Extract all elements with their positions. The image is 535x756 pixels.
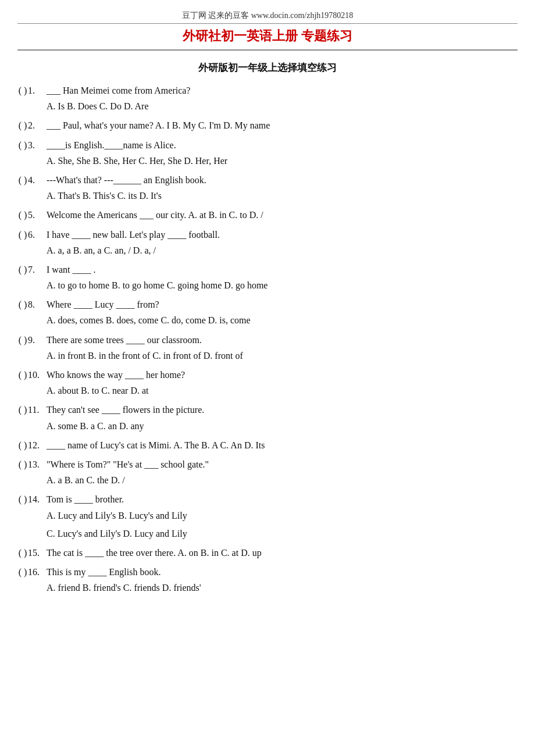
q-text-10: Who knows the way ____ her home? (47, 367, 518, 383)
q-paren-2: ( ) (17, 117, 28, 133)
q-num-14: 14. (28, 491, 47, 507)
q-text-3: ____is English.____name is Alice. (47, 137, 518, 153)
q-paren-11: ( ) (17, 402, 28, 418)
q-num-4: 4. (28, 172, 47, 188)
q-options-1: A. Is B. Does C. Do D. Are (47, 98, 518, 114)
question-block-3: ( )3.____is English.____name is Alice.A.… (17, 137, 518, 169)
q-options-10: A. about B. to C. near D. at (47, 383, 518, 398)
question-block-6: ( )6.I have ____ new ball. Let's play __… (17, 227, 518, 258)
q-num-10: 10. (28, 367, 47, 383)
q-num-5: 5. (28, 207, 47, 223)
header-title: 外研社初一英语上册 专题练习 (17, 25, 518, 51)
q-paren-12: ( ) (17, 437, 28, 453)
questions-container: ( )1.___ Han Meimei come from America?A.… (17, 83, 518, 595)
section-title: 外研版初一年级上选择填空练习 (17, 61, 518, 74)
q-text-9: There are some trees ____ our classroom. (47, 332, 518, 348)
q-text-16: This is my ____ English book. (47, 564, 518, 580)
q-num-9: 9. (28, 332, 47, 348)
question-block-10: ( )10.Who knows the way ____ her home?A.… (17, 367, 518, 398)
question-block-8: ( )8.Where ____ Lucy ____ from?A. does, … (17, 297, 518, 328)
q-options-3: A. She, She B. She, Her C. Her, She D. H… (47, 153, 518, 169)
header-site: 豆丁网 迟来的豆客 www.docin.com/zhjh19780218 (17, 10, 518, 24)
q-options-14-1: C. Lucy's and Lily's D. Lucy and Lily (47, 526, 518, 541)
q-text-4: ---What's that? ---______ an English boo… (47, 172, 518, 188)
q-num-15: 15. (28, 545, 47, 561)
q-num-12: 12. (28, 437, 47, 453)
q-text-11: They can't see ____ flowers in the pictu… (47, 402, 518, 418)
question-block-15: ( )15.The cat is ____ the tree over ther… (17, 545, 518, 561)
q-num-16: 16. (28, 564, 47, 580)
q-options-11: A. some B. a C. an D. any (47, 418, 518, 434)
q-num-8: 8. (28, 297, 47, 312)
question-block-5: ( )5.Welcome the Americans ___ our city.… (17, 207, 518, 223)
q-text-8: Where ____ Lucy ____ from? (47, 297, 518, 312)
q-options-8: A. does, comes B. does, come C. do, come… (47, 312, 518, 328)
q-text-14: Tom is ____ brother. (47, 491, 518, 507)
q-paren-1: ( ) (17, 83, 28, 98)
q-num-6: 6. (28, 227, 47, 243)
q-text-5: Welcome the Americans ___ our city. A. a… (47, 207, 518, 223)
question-block-11: ( )11.They can't see ____ flowers in the… (17, 402, 518, 433)
q-num-11: 11. (28, 402, 47, 418)
q-options-13: A. a B. an C. the D. / (47, 472, 518, 488)
q-text-2: ___ Paul, what's your name? A. I B. My C… (47, 117, 518, 133)
q-text-13: "Where is Tom?" "He's at ___ school gate… (47, 457, 518, 472)
q-options-14-0: A. Lucy and Lily's B. Lucy's and Lily (47, 508, 518, 523)
q-options-9: A. in front B. in the front of C. in fro… (47, 348, 518, 363)
q-paren-10: ( ) (17, 367, 28, 383)
q-text-12: ____ name of Lucy's cat is Mimi. A. The … (47, 437, 518, 453)
q-text-6: I have ____ new ball. Let's play ____ fo… (47, 227, 518, 243)
q-paren-14: ( ) (17, 491, 28, 507)
question-block-13: ( )13."Where is Tom?" "He's at ___ schoo… (17, 457, 518, 488)
question-block-9: ( )9.There are some trees ____ our class… (17, 332, 518, 363)
q-paren-3: ( ) (17, 137, 28, 153)
q-options-7: A. to go to home B. to go home C. going … (47, 277, 518, 293)
q-paren-9: ( ) (17, 332, 28, 348)
question-block-7: ( )7.I want ____ .A. to go to home B. to… (17, 262, 518, 293)
q-num-3: 3. (28, 137, 47, 153)
q-text-1: ___ Han Meimei come from America? (47, 83, 518, 98)
q-text-15: The cat is ____ the tree over there. A. … (47, 545, 518, 561)
q-paren-8: ( ) (17, 297, 28, 312)
question-block-4: ( )4.---What's that? ---______ an Englis… (17, 172, 518, 204)
question-block-14: ( )14.Tom is ____ brother.A. Lucy and Li… (17, 491, 518, 541)
q-paren-4: ( ) (17, 172, 28, 188)
q-num-2: 2. (28, 117, 47, 133)
q-options-16: A. friend B. friend's C. friends D. frie… (47, 580, 518, 595)
q-options-6: A. a, a B. an, a C. an, / D. a, / (47, 243, 518, 258)
question-block-1: ( )1.___ Han Meimei come from America?A.… (17, 83, 518, 114)
q-paren-6: ( ) (17, 227, 28, 243)
q-num-13: 13. (28, 457, 47, 472)
q-paren-5: ( ) (17, 207, 28, 223)
q-num-1: 1. (28, 83, 47, 98)
q-paren-13: ( ) (17, 457, 28, 472)
question-block-2: ( )2.___ Paul, what's your name? A. I B.… (17, 117, 518, 133)
q-text-7: I want ____ . (47, 262, 518, 277)
q-paren-15: ( ) (17, 545, 28, 561)
question-block-12: ( )12.____ name of Lucy's cat is Mimi. A… (17, 437, 518, 453)
q-options-4: A. That's B. This's C. its D. It's (47, 188, 518, 204)
q-num-7: 7. (28, 262, 47, 277)
q-paren-7: ( ) (17, 262, 28, 277)
question-block-16: ( )16.This is my ____ English book.A. fr… (17, 564, 518, 595)
q-paren-16: ( ) (17, 564, 28, 580)
